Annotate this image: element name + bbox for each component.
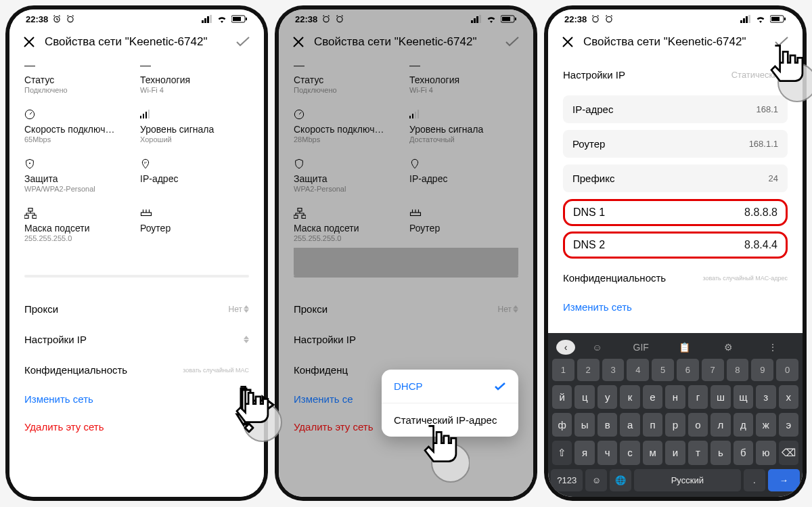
proxy-row[interactable]: ПроксиНет xyxy=(294,294,518,324)
ip-settings-row[interactable]: Настройки IP Статический I xyxy=(563,61,788,89)
gauge-icon xyxy=(24,109,35,120)
keyboard[interactable]: ‹ ☺ GIF 📋 ⚙ ⋮ 1234567890 йцукенгшщзх фыв… xyxy=(548,333,803,497)
status-bar: 22:38 xyxy=(9,9,264,28)
close-icon[interactable] xyxy=(23,36,35,48)
kb-sticker-icon[interactable]: ☺ xyxy=(575,342,619,353)
check-icon[interactable] xyxy=(774,36,789,48)
popup-option-static[interactable]: Статический IP-адрес xyxy=(382,403,518,437)
kb-key-3[interactable]: 3 xyxy=(602,359,625,381)
mask-cell: Маска подсети255.255.255.0 xyxy=(294,205,403,248)
kb-key-а[interactable]: а xyxy=(620,413,639,437)
svg-point-14 xyxy=(29,162,30,164)
kb-key-ц[interactable]: ц xyxy=(574,385,594,409)
kb-key-ю[interactable]: ю xyxy=(756,441,775,465)
kb-key-ш[interactable]: ш xyxy=(710,385,730,409)
kb-key-ж[interactable]: ж xyxy=(756,413,775,437)
kb-key-0[interactable]: 0 xyxy=(776,359,798,381)
kb-key-л[interactable]: л xyxy=(710,413,730,437)
kb-key-и[interactable]: и xyxy=(665,441,685,465)
close-icon[interactable] xyxy=(292,36,304,48)
ip-settings-row[interactable]: Настройки IP xyxy=(294,324,518,355)
kb-key-д[interactable]: д xyxy=(734,413,753,437)
kb-back-icon[interactable]: ‹ xyxy=(556,340,575,355)
delete-network-link[interactable]: Удалить эту сеть xyxy=(24,413,249,441)
alarm-icon xyxy=(591,14,600,24)
page-title: Свойства сети "Keenetic-6742" xyxy=(314,35,495,49)
kb-key-6[interactable]: 6 xyxy=(677,359,699,381)
kb-key-щ[interactable]: щ xyxy=(734,385,753,409)
dns2-field[interactable]: DNS 2 8.8.4.4 xyxy=(573,239,777,251)
wifi-icon xyxy=(217,15,227,23)
privacy-row[interactable]: Конфиденциальность зовать случайный MAC-… xyxy=(563,264,788,292)
kb-key-з[interactable]: з xyxy=(756,385,775,409)
close-icon[interactable] xyxy=(562,36,574,48)
kb-key-в[interactable]: в xyxy=(597,413,617,437)
kb-key-э[interactable]: э xyxy=(779,413,798,437)
popup-option-dhcp[interactable]: DHCP xyxy=(382,370,518,403)
check-icon[interactable] xyxy=(505,36,520,48)
dns1-field[interactable]: DNS 1 8.8.8.8 xyxy=(573,206,777,219)
kb-key-с[interactable]: с xyxy=(620,441,639,465)
kb-row-nums: 1234567890 xyxy=(552,359,798,381)
ip-settings-row[interactable]: Настройки IP DHCP xyxy=(24,324,249,355)
kb-backspace-key[interactable]: ⌫ xyxy=(779,441,798,465)
proxy-row[interactable]: Прокси Нет xyxy=(24,294,249,324)
privacy-row[interactable]: Конфиденциальность зовать случайный MAC xyxy=(24,355,249,385)
alarm-icon xyxy=(321,14,331,24)
kb-key-у[interactable]: у xyxy=(597,385,617,409)
router-field[interactable]: Роутер 168.1.1 xyxy=(563,130,788,158)
kb-gif-icon[interactable]: GIF xyxy=(619,342,663,353)
tech-cell: —ТехнологияWi-Fi 4 xyxy=(409,57,518,100)
kb-key-й[interactable]: й xyxy=(552,385,572,409)
gauge-icon xyxy=(294,109,304,120)
kb-key-я[interactable]: я xyxy=(574,441,594,465)
signal-icon xyxy=(202,15,212,23)
kb-key-ь[interactable]: ь xyxy=(710,441,730,465)
kb-key-5[interactable]: 5 xyxy=(652,359,674,381)
kb-emoji-key[interactable]: ☺ xyxy=(585,469,607,491)
tech-cell: — Технология Wi-Fi 4 xyxy=(140,57,249,100)
kb-key-п[interactable]: п xyxy=(643,413,662,437)
kb-key-ы[interactable]: ы xyxy=(574,413,594,437)
kb-key-г[interactable]: г xyxy=(688,385,708,409)
ip-address-field[interactable]: IP-адрес 168.1 xyxy=(563,95,788,123)
kb-key-т[interactable]: т xyxy=(688,441,708,465)
kb-key-е[interactable]: е xyxy=(643,385,662,409)
svg-rect-4 xyxy=(207,16,209,23)
security-cell: Защита WPA/WPA2-Personal xyxy=(24,156,133,198)
kb-key-х[interactable]: х xyxy=(779,385,798,409)
kb-key-б[interactable]: б xyxy=(734,441,753,465)
kb-key-2[interactable]: 2 xyxy=(577,359,600,381)
svg-rect-5 xyxy=(210,15,212,23)
svg-rect-38 xyxy=(411,213,421,216)
kb-key-8[interactable]: 8 xyxy=(727,359,749,381)
kb-key-7[interactable]: 7 xyxy=(702,359,724,381)
change-network-link[interactable]: Изменить сеть xyxy=(563,299,788,318)
kb-globe-key[interactable]: 🌐 xyxy=(610,469,631,491)
svg-rect-42 xyxy=(740,20,742,23)
kb-key-4[interactable]: 4 xyxy=(627,359,649,381)
kb-key-ч[interactable]: ч xyxy=(597,441,617,465)
kb-settings-icon[interactable]: ⚙ xyxy=(706,342,750,353)
svg-point-22 xyxy=(337,17,342,22)
kb-space-key[interactable]: Русский xyxy=(634,469,741,491)
kb-key-о[interactable]: о xyxy=(688,413,708,437)
kb-more-icon[interactable]: ⋮ xyxy=(750,342,794,353)
kb-enter-key[interactable]: → xyxy=(768,469,800,491)
kb-key-к[interactable]: к xyxy=(620,385,639,409)
kb-clipboard-icon[interactable]: 📋 xyxy=(663,342,707,353)
kb-mode-key[interactable]: ?123 xyxy=(551,469,583,491)
kb-key-н[interactable]: н xyxy=(665,385,685,409)
kb-key-р[interactable]: р xyxy=(665,413,685,437)
kb-shift-key[interactable]: ⇧ xyxy=(552,441,572,465)
check-icon[interactable] xyxy=(235,36,250,48)
kb-dot-key[interactable]: . xyxy=(744,469,765,491)
prefix-field[interactable]: Префикс 24 xyxy=(563,164,788,192)
change-network-link[interactable]: Изменить сеть xyxy=(24,385,249,413)
shield-icon xyxy=(294,158,304,169)
kb-key-1[interactable]: 1 xyxy=(552,359,574,381)
svg-rect-17 xyxy=(24,215,28,219)
kb-key-ф[interactable]: ф xyxy=(552,413,572,437)
kb-key-м[interactable]: м xyxy=(643,441,662,465)
kb-key-9[interactable]: 9 xyxy=(751,359,773,381)
